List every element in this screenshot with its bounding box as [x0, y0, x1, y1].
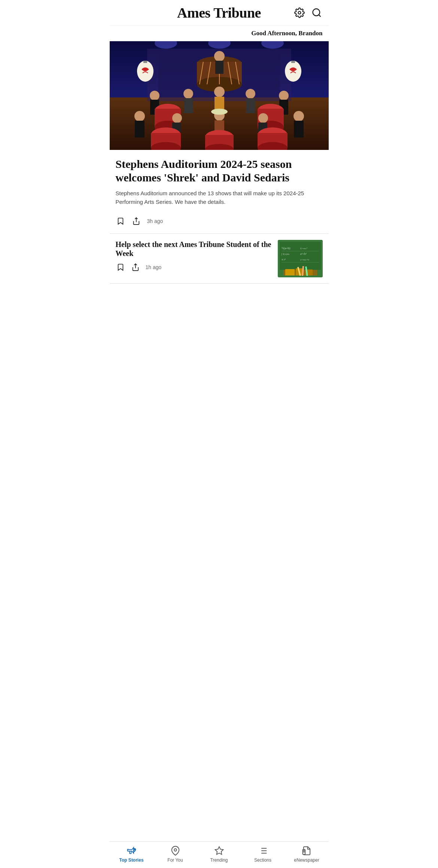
- svg-point-40: [172, 113, 182, 123]
- main-article-time: 3h ago: [147, 218, 163, 224]
- app-title: Ames Tribune: [116, 4, 323, 21]
- svg-point-24: [183, 89, 193, 99]
- svg-rect-19: [143, 61, 147, 63]
- svg-rect-17: [215, 61, 223, 74]
- main-article-title: Stephens Auditorium 2024-25 season welco…: [116, 157, 323, 184]
- svg-point-45: [258, 113, 268, 123]
- svg-rect-29: [246, 98, 255, 113]
- svg-point-26: [214, 87, 225, 97]
- secondary-article[interactable]: Help select the next Ames Tribune Studen…: [110, 234, 329, 284]
- svg-rect-64: [280, 242, 321, 270]
- secondary-article-content: Help select the next Ames Tribune Studen…: [116, 240, 273, 272]
- svg-text:π r²: π r²: [282, 258, 286, 261]
- svg-point-16: [214, 51, 225, 61]
- svg-text:∫ f(x)dx: ∫ f(x)dx: [281, 253, 290, 256]
- app-header: Ames Tribune: [110, 0, 329, 26]
- svg-rect-74: [285, 269, 295, 275]
- bookmark-icon[interactable]: [116, 216, 125, 226]
- secondary-article-image: ½(a+b) ∫ f(x)dx π r² E=mc² a²+b² y=mx+b: [278, 240, 323, 277]
- secondary-article-meta: 1h ago: [116, 262, 273, 272]
- secondary-bookmark-icon[interactable]: [116, 262, 125, 272]
- svg-text:E=mc²: E=mc²: [300, 247, 307, 250]
- svg-point-47: [293, 111, 304, 121]
- svg-point-1: [313, 9, 320, 16]
- share-icon[interactable]: [131, 216, 141, 226]
- secondary-share-icon[interactable]: [131, 262, 140, 272]
- svg-rect-48: [294, 121, 304, 138]
- main-article-description: Stephens Auditorium announced the 13 sho…: [116, 189, 323, 207]
- svg-point-30: [279, 91, 289, 100]
- svg-point-0: [298, 12, 301, 14]
- secondary-article-time: 1h ago: [146, 264, 162, 270]
- svg-line-2: [319, 15, 320, 16]
- svg-rect-25: [184, 98, 193, 113]
- greeting-text: Good Afternoon, Brandon: [110, 26, 329, 41]
- search-icon[interactable]: [311, 7, 323, 19]
- svg-point-28: [246, 89, 255, 99]
- main-article[interactable]: Stephens Auditorium 2024-25 season welco…: [110, 150, 329, 234]
- svg-rect-39: [135, 121, 145, 138]
- settings-icon[interactable]: [293, 7, 305, 19]
- svg-point-38: [134, 111, 145, 121]
- svg-point-22: [150, 91, 159, 100]
- header-icons: [293, 7, 323, 19]
- svg-point-43: [211, 109, 228, 115]
- svg-rect-21: [291, 61, 295, 63]
- hero-image[interactable]: [110, 41, 329, 150]
- secondary-article-title: Help select the next Ames Tribune Studen…: [116, 240, 273, 258]
- main-article-meta: 3h ago: [116, 213, 323, 230]
- svg-text:½(a+b): ½(a+b): [282, 247, 291, 250]
- svg-text:y=mx+b: y=mx+b: [300, 258, 309, 261]
- svg-text:a²+b²: a²+b²: [300, 252, 307, 256]
